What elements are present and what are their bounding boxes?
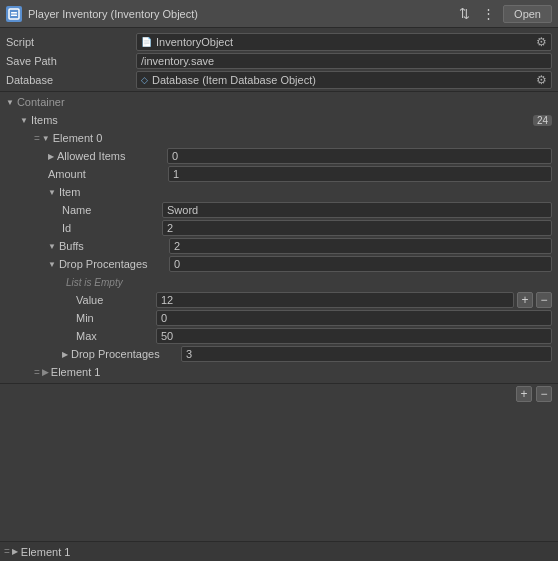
id-value[interactable]: 2	[162, 220, 552, 236]
min-value[interactable]: 0	[156, 310, 552, 326]
drop-procentages2-chevron[interactable]: ▶	[62, 350, 68, 359]
settings-icon[interactable]: ⇅	[455, 5, 474, 22]
save-path-value[interactable]: /inventory.save	[136, 53, 552, 69]
drop-percentages-value[interactable]: 0	[169, 256, 552, 272]
amount-label: Amount	[48, 168, 168, 180]
max-label: Max	[76, 330, 156, 342]
script-gear-icon[interactable]: ⚙	[536, 35, 547, 49]
database-value[interactable]: ◇ Database (Item Database Object) ⚙	[136, 71, 552, 89]
items-count: 24	[533, 115, 552, 126]
footer-eq-icon: =	[4, 546, 10, 557]
container-label: Container	[17, 96, 65, 108]
items-chevron[interactable]: ▼	[20, 116, 28, 125]
name-value[interactable]: Sword	[162, 202, 552, 218]
item-chevron[interactable]: ▼	[48, 188, 56, 197]
container-section: ▼ Container	[0, 93, 558, 111]
drop-procentages2-row: ▶ Drop Procentages 3	[0, 345, 558, 363]
svg-rect-0	[9, 9, 19, 19]
drop-percentages-label: Drop Procentages	[59, 258, 169, 270]
element0-label: Element 0	[53, 132, 103, 144]
allowed-items-label: Allowed Items	[57, 150, 167, 162]
value-label: Value	[76, 294, 156, 306]
element1-inner-arrow-icon: ▶	[42, 367, 49, 377]
add-element-button[interactable]: +	[516, 386, 532, 402]
allowed-items-row: ▶ Allowed Items 0	[0, 147, 558, 165]
header-controls: ⇅ ⋮ Open	[455, 5, 552, 23]
divider-1	[0, 91, 558, 92]
header-left: Player Inventory (Inventory Object)	[6, 6, 198, 22]
footer-bar: = ▶ Element 1	[0, 541, 558, 561]
id-row: Id 2	[0, 219, 558, 237]
script-value[interactable]: 📄 InventoryObject ⚙	[136, 33, 552, 51]
footer-chevron[interactable]: ▶	[12, 547, 18, 556]
amount-row: Amount 1	[0, 165, 558, 183]
inspector-content: Script 📄 InventoryObject ⚙ Save Path /in…	[0, 28, 558, 541]
value-minus-button[interactable]: −	[536, 292, 552, 308]
script-file-icon: 📄	[141, 37, 152, 47]
value-plus-button[interactable]: +	[517, 292, 533, 308]
id-label: Id	[62, 222, 162, 234]
svg-rect-2	[11, 14, 17, 16]
script-name: InventoryObject	[156, 36, 233, 48]
drop-procentages2-value[interactable]: 3	[181, 346, 552, 362]
database-name: Database (Item Database Object)	[152, 74, 316, 86]
allowed-items-value[interactable]: 0	[167, 148, 552, 164]
database-row: Database ◇ Database (Item Database Objec…	[0, 70, 558, 90]
drop-percentages-chevron[interactable]: ▼	[48, 260, 56, 269]
header-bar: Player Inventory (Inventory Object) ⇅ ⋮ …	[0, 0, 558, 28]
list-empty-label: List is Empty	[62, 275, 127, 290]
drop-procentages2-label: Drop Procentages	[71, 348, 181, 360]
menu-dots-icon[interactable]: ⋮	[478, 5, 499, 22]
name-row: Name Sword	[0, 201, 558, 219]
element1-outer-label: Element 1	[21, 546, 71, 558]
min-row: Min 0	[0, 309, 558, 327]
buffs-value[interactable]: 2	[169, 238, 552, 254]
database-gear-icon[interactable]: ⚙	[536, 73, 547, 87]
window-title: Player Inventory (Inventory Object)	[28, 8, 198, 20]
name-label: Name	[62, 204, 162, 216]
allowed-items-chevron[interactable]: ▶	[48, 152, 54, 161]
database-diamond-icon: ◇	[141, 75, 148, 85]
max-row: Max 50	[0, 327, 558, 345]
bottom-bar: + −	[0, 383, 558, 404]
buffs-row: ▼ Buffs 2	[0, 237, 558, 255]
save-path-row: Save Path /inventory.save	[0, 52, 558, 70]
item-section: ▼ Item	[0, 183, 558, 201]
inventory-icon	[6, 6, 22, 22]
save-path-label: Save Path	[6, 55, 136, 67]
list-empty-row: List is Empty	[0, 273, 558, 291]
items-section: ▼ Items 24	[0, 111, 558, 129]
value-field: 12 + −	[156, 292, 552, 308]
buffs-label: Buffs	[59, 240, 169, 252]
min-label: Min	[76, 312, 156, 324]
script-label: Script	[6, 36, 136, 48]
svg-rect-1	[11, 12, 17, 14]
element1-inner-label: Element 1	[51, 366, 101, 378]
amount-value[interactable]: 1	[168, 166, 552, 182]
database-label: Database	[6, 74, 136, 86]
drop-percentages-row: ▼ Drop Procentages 0	[0, 255, 558, 273]
container-chevron[interactable]: ▼	[6, 98, 14, 107]
element1-inner-row: = ▶ Element 1	[0, 363, 558, 381]
element0-chevron[interactable]: ▼	[42, 134, 50, 143]
item-label: Item	[59, 186, 80, 198]
buffs-chevron[interactable]: ▼	[48, 242, 56, 251]
script-row: Script 📄 InventoryObject ⚙	[0, 32, 558, 52]
element1-inner-eq-icon: =	[34, 367, 40, 378]
remove-element-button[interactable]: −	[536, 386, 552, 402]
value-input[interactable]: 12	[156, 292, 514, 308]
inspector-panel: Player Inventory (Inventory Object) ⇅ ⋮ …	[0, 0, 558, 561]
value-row: Value 12 + −	[0, 291, 558, 309]
max-value[interactable]: 50	[156, 328, 552, 344]
items-label: Items	[31, 114, 58, 126]
open-button[interactable]: Open	[503, 5, 552, 23]
element0-row: = ▼ Element 0	[0, 129, 558, 147]
element0-eq-icon: =	[34, 133, 40, 144]
